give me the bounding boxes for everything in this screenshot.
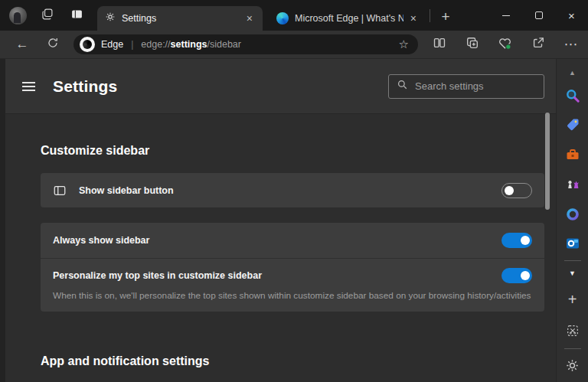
refresh-icon (47, 37, 59, 52)
setting-group-sidebar: Always show sidebar Personalize my top s… (41, 223, 544, 312)
search-icon (397, 79, 408, 93)
new-tab-button[interactable]: + (435, 6, 456, 28)
minimize-button[interactable] (489, 0, 522, 31)
tab-title: Microsoft Edge | What's New (295, 13, 403, 24)
edge-sidebar-rail: ▲ (556, 59, 588, 382)
back-button[interactable]: ← (10, 33, 34, 56)
setting-label: Show sidebar button (79, 185, 174, 196)
setting-label: Always show sidebar (53, 235, 149, 246)
rail-shopping-button[interactable] (557, 117, 588, 135)
rail-microsoft-365-button[interactable] (557, 207, 588, 225)
tab-settings[interactable]: Settings × (97, 6, 263, 31)
hamburger-icon (22, 82, 35, 83)
favorite-star-icon[interactable]: ☆ (399, 38, 409, 51)
rail-settings-button[interactable] (557, 358, 588, 376)
tab-close-button[interactable]: × (244, 12, 255, 24)
gear-icon (565, 358, 580, 376)
minimize-icon (502, 15, 510, 16)
left-edge-strip (0, 59, 5, 382)
menu-button[interactable] (18, 77, 38, 96)
toolbox-icon (565, 147, 580, 165)
title-bar: Settings × Microsoft Edge | What's New ×… (0, 0, 588, 31)
split-screen-icon (433, 36, 446, 53)
rail-collapse-button[interactable]: ▲ (557, 69, 588, 77)
collections-icon (466, 36, 479, 53)
tab-strip-divider (430, 9, 430, 22)
site-label: Edge (101, 39, 123, 50)
workspaces-icon (41, 8, 54, 24)
section-title-customize-sidebar: Customize sidebar (41, 144, 544, 158)
content-area: Settings Customize sidebar (0, 59, 588, 382)
back-icon: ← (16, 37, 29, 52)
settings-search[interactable] (388, 74, 544, 99)
browser-window: Settings × Microsoft Edge | What's New ×… (0, 0, 588, 382)
rail-screenshot-button[interactable] (557, 324, 588, 341)
sidebar-layout-icon (53, 184, 67, 198)
tab-close-button[interactable]: × (408, 12, 419, 24)
setting-row-always-show-sidebar[interactable]: Always show sidebar (41, 223, 544, 258)
share-button[interactable] (526, 33, 550, 56)
toolbar-actions: ⋯ (427, 33, 583, 56)
address-bar[interactable]: Edge | edge://settings/sidebar ☆ (74, 34, 418, 54)
rail-divider (564, 260, 581, 261)
page-title: Settings (53, 77, 117, 96)
share-icon (531, 36, 545, 53)
toggle-always-show-sidebar[interactable] (501, 233, 532, 248)
setting-row-show-sidebar-button[interactable]: Show sidebar button (41, 173, 544, 207)
tab-actions-icon (70, 8, 83, 24)
rail-games-button[interactable] (557, 176, 588, 194)
workspaces-button[interactable] (37, 5, 57, 25)
rail-add-app-button[interactable]: + (557, 292, 588, 307)
site-badge-icon (80, 37, 95, 52)
games-chess-icon (565, 176, 580, 194)
settings-gear-icon (105, 11, 116, 25)
profile-avatar[interactable] (9, 7, 27, 24)
browser-essentials-button[interactable] (493, 33, 517, 56)
outlook-icon (565, 236, 580, 254)
chevron-down-icon: ▼ (569, 269, 576, 277)
tab-title: Settings (122, 13, 240, 24)
refresh-button[interactable] (41, 33, 65, 56)
settings-body: Customize sidebar Show sidebar button Al… (5, 113, 556, 382)
maximize-button[interactable] (522, 0, 555, 31)
section-title-app-notifications: App and notification settings (41, 354, 544, 368)
rail-divider (564, 348, 581, 349)
settings-header: Settings (5, 59, 556, 113)
more-icon: ⋯ (564, 36, 578, 53)
rail-outlook-button[interactable] (557, 236, 588, 254)
screenshot-snip-icon (566, 324, 580, 341)
rail-tools-button[interactable] (557, 147, 588, 165)
toggle-personalize-top-sites[interactable] (501, 268, 532, 283)
url-text[interactable]: edge://settings/sidebar (141, 39, 241, 50)
rail-search-button[interactable] (557, 88, 588, 106)
setting-label: Personalize my top sites in customize si… (53, 270, 262, 281)
setting-description: When this is on, we'll personalize the t… (53, 290, 532, 301)
maximize-icon (535, 11, 543, 19)
shopping-tag-icon (565, 117, 580, 135)
close-button[interactable]: × (555, 0, 588, 31)
scrollbar-thumb[interactable] (545, 113, 550, 210)
close-icon: × (568, 10, 575, 21)
window-controls: × (489, 0, 588, 31)
search-input[interactable] (415, 80, 550, 92)
heart-pulse-icon (498, 36, 512, 54)
settings-more-button[interactable]: ⋯ (559, 33, 583, 56)
url-separator: | (131, 39, 133, 50)
collections-button[interactable] (460, 33, 484, 56)
navigation-toolbar: ← Edge | edge://settings/sidebar ☆ (0, 31, 588, 59)
search-colored-icon (565, 88, 580, 106)
split-screen-button[interactable] (427, 33, 451, 56)
tab-actions-button[interactable] (67, 5, 87, 25)
setting-row-personalize-top-sites[interactable]: Personalize my top sites in customize si… (41, 259, 544, 312)
settings-page: Settings Customize sidebar (5, 59, 556, 382)
tab-whats-new[interactable]: Microsoft Edge | What's New × (269, 6, 426, 31)
toggle-show-sidebar-button[interactable] (501, 183, 532, 198)
microsoft-365-icon (565, 207, 580, 225)
rail-expand-button[interactable]: ▼ (557, 269, 588, 277)
chevron-up-icon: ▲ (569, 69, 576, 77)
plus-icon: + (568, 292, 577, 307)
edge-logo-icon (276, 12, 289, 24)
